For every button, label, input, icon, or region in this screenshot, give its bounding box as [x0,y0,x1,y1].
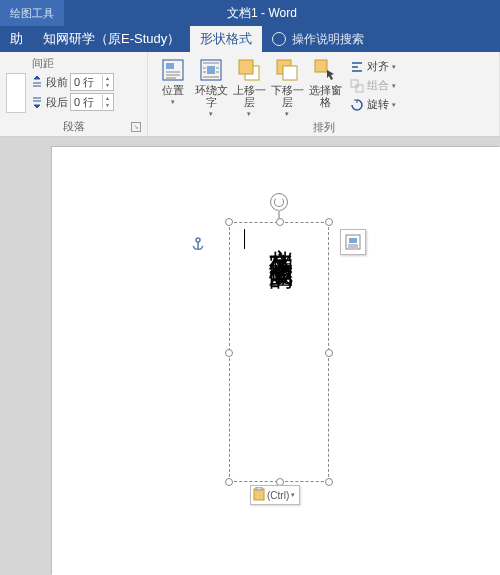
selection-pane-icon [313,58,337,82]
svg-rect-8 [315,60,327,72]
group-arrange-label: 排列 [154,118,493,135]
chevron-down-icon: ▾ [171,98,175,106]
spin-down-icon[interactable]: ▼ [102,102,112,109]
chevron-down-icon: ▾ [209,110,213,118]
selection-pane-button[interactable]: 选择窗格 [306,56,344,108]
tab-bar: 助 知网研学（原E-Study） 形状格式 操作说明搜索 [0,26,500,52]
rotate-button[interactable]: 旋转 ▾ [348,96,398,113]
paste-options-label: (Ctrl) [267,490,289,501]
rotate-icon [350,98,364,112]
textbox-content[interactable]: 文档字体怎么变成竖的 [268,229,294,479]
resize-handle-tm[interactable] [276,218,284,226]
resize-handle-tl[interactable] [225,218,233,226]
chevron-down-icon: ▾ [392,82,396,90]
svg-rect-14 [254,489,264,500]
rotation-handle[interactable] [270,193,288,211]
chevron-down-icon: ▾ [392,101,396,109]
wrap-text-button[interactable]: 环绕文 字 ▾ [192,56,230,118]
group-paragraph: 间距 段前 0 行 ▲▼ 段后 [0,52,148,136]
position-button[interactable]: 位置 ▾ [154,56,192,106]
spin-up-icon[interactable]: ▲ [102,75,112,82]
spacing-header: 间距 [6,56,141,73]
spin-up-icon[interactable]: ▲ [102,95,112,102]
svg-point-11 [196,238,200,242]
spacing-before-label: 段前 [46,75,68,90]
group-paragraph-label: 段落 ↘ [6,117,141,134]
drawing-tools-context: 绘图工具 [0,0,64,26]
layout-options-button[interactable] [340,229,366,255]
tell-me-label: 操作说明搜索 [292,31,364,48]
align-icon [350,60,364,74]
layout-options-icon [345,234,361,250]
bring-forward-button[interactable]: 上移一层 ▾ [230,56,268,118]
group-icon [350,79,364,93]
svg-rect-13 [349,238,357,243]
text-box[interactable]: 文档字体怎么变成竖的 [229,222,329,482]
bring-forward-icon [237,58,261,82]
svg-rect-9 [351,80,358,87]
chevron-down-icon: ▾ [291,491,295,499]
spacing-after-input[interactable]: 0 行 ▲▼ [70,93,114,111]
chevron-down-icon: ▾ [247,110,251,118]
spacing-before-row: 段前 0 行 ▲▼ [30,73,114,91]
svg-rect-5 [239,60,253,74]
svg-rect-3 [207,66,215,74]
resize-handle-bl[interactable] [225,478,233,486]
chevron-down-icon: ▾ [285,110,289,118]
svg-rect-10 [356,85,363,92]
clipboard-icon [253,487,265,503]
spacing-before-icon [30,75,44,89]
tab-shape-format[interactable]: 形状格式 [190,26,262,52]
resize-handle-mr[interactable] [325,349,333,357]
svg-rect-7 [283,66,297,80]
resize-handle-tr[interactable] [325,218,333,226]
tab-help[interactable]: 助 [0,26,33,52]
spacing-before-input[interactable]: 0 行 ▲▼ [70,73,114,91]
chevron-down-icon: ▾ [392,63,396,71]
group-arrange: 位置 ▾ 环绕文 字 ▾ 上移一层 ▾ 下移一 [148,52,500,136]
workspace: 文档字体怎么变成竖的 (Ctrl) ▾ [0,137,500,575]
send-backward-button[interactable]: 下移一层 ▾ [268,56,306,118]
send-backward-icon [275,58,299,82]
tab-estudy[interactable]: 知网研学（原E-Study） [33,26,190,52]
paste-options-button[interactable]: (Ctrl) ▾ [250,485,300,505]
ribbon: 间距 段前 0 行 ▲▼ 段后 [0,52,500,137]
align-button[interactable]: 对齐 ▾ [348,58,398,75]
text-caret [244,229,245,249]
document-page[interactable]: 文档字体怎么变成竖的 (Ctrl) ▾ [52,147,500,575]
resize-handle-br[interactable] [325,478,333,486]
svg-rect-15 [256,487,262,490]
spacing-after-icon [30,95,44,109]
svg-rect-1 [166,63,174,69]
indent-partial[interactable] [6,73,26,113]
window-title: 文档1 - Word [64,5,500,22]
spacing-after-row: 段后 0 行 ▲▼ [30,93,114,111]
spacing-after-label: 段后 [46,95,68,110]
resize-handle-ml[interactable] [225,349,233,357]
group-items-button: 组合 ▾ [348,77,398,94]
anchor-icon [190,237,206,253]
title-bar: 绘图工具 文档1 - Word [0,0,500,26]
dialog-launcher-icon[interactable]: ↘ [131,122,141,132]
spacing-after-value: 0 行 [74,95,94,110]
spin-down-icon[interactable]: ▼ [102,82,112,89]
spacing-before-value: 0 行 [74,75,94,90]
tell-me-search[interactable]: 操作说明搜索 [262,26,374,52]
lightbulb-icon [272,32,286,46]
position-icon [161,58,185,82]
wrap-text-icon [199,58,223,82]
